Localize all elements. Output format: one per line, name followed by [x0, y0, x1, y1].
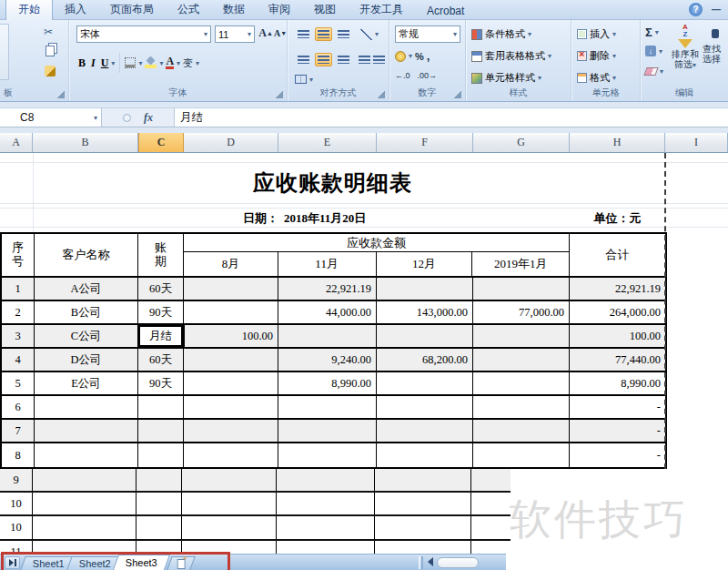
chevron-down-icon[interactable]: ▾ [409, 52, 412, 60]
table-cell[interactable] [35, 420, 138, 442]
table-cell[interactable] [35, 443, 138, 467]
table-cell[interactable] [473, 372, 570, 394]
decrease-indent-icon[interactable] [359, 56, 370, 64]
formula-input[interactable]: 月结 [175, 108, 728, 127]
table-cell[interactable] [278, 420, 377, 442]
table-cell[interactable]: 9,240.00 [278, 349, 377, 371]
chevron-down-icon[interactable]: ▾ [659, 47, 662, 56]
table-cell[interactable]: 264,000.00 [570, 301, 665, 323]
table-cell[interactable]: 77,440.00 [570, 349, 665, 371]
borders-icon[interactable] [125, 57, 136, 68]
table-cell[interactable]: 2 [2, 301, 35, 323]
shrink-font-button[interactable]: A▼ [274, 27, 287, 39]
number-dialog-launcher[interactable] [454, 91, 461, 98]
table-cell[interactable]: - [570, 443, 665, 467]
column-header-H[interactable]: H [570, 133, 665, 152]
chevron-down-icon[interactable]: ▾ [94, 114, 97, 122]
cell-styles-button[interactable]: 单元格样式▾ [471, 71, 541, 85]
table-cell[interactable] [184, 301, 278, 323]
table-cell[interactable] [35, 396, 138, 418]
table-cell[interactable] [136, 469, 182, 491]
tab-splitter[interactable] [419, 556, 423, 569]
align-left-icon[interactable] [295, 53, 312, 66]
align-bottom-icon[interactable] [335, 27, 352, 41]
table-cell[interactable] [136, 516, 182, 539]
table-cell[interactable]: 100.00 [570, 325, 665, 347]
table-cell[interactable]: 6 [2, 396, 35, 418]
column-header-A[interactable]: A [0, 133, 33, 152]
table-cell[interactable] [473, 325, 570, 347]
table-cell[interactable]: 22,921.19 [570, 278, 665, 300]
table-cell[interactable] [184, 420, 278, 442]
table-cell[interactable] [277, 493, 375, 514]
table-cell[interactable] [377, 396, 473, 418]
horizontal-scrollbar[interactable] [437, 557, 479, 568]
chevron-down-icon[interactable]: ▾ [375, 30, 379, 38]
table-cell[interactable]: E公司 [35, 372, 138, 394]
increase-indent-icon[interactable] [373, 56, 385, 64]
table-cell[interactable] [375, 469, 471, 491]
sort-filter-button[interactable]: AZ 排序和筛选▾ [672, 24, 699, 70]
table-cell[interactable]: 10 [0, 516, 33, 539]
table-cell[interactable] [377, 325, 473, 347]
currency-icon[interactable] [395, 51, 406, 62]
ribbon-tab-Acrobat[interactable]: Acrobat [415, 2, 476, 20]
orientation-icon[interactable] [360, 29, 372, 40]
table-cell[interactable] [184, 278, 278, 300]
table-cell[interactable] [136, 493, 182, 514]
table-cell[interactable] [473, 278, 570, 300]
ribbon-tab-公式[interactable]: 公式 [166, 0, 211, 20]
table-cell[interactable] [277, 469, 375, 491]
table-cell[interactable]: - [570, 396, 665, 418]
delete-cells-button[interactable]: 删除▾ [577, 49, 616, 63]
column-header-F[interactable]: F [377, 133, 473, 152]
increase-decimal-icon[interactable]: ←.0 [395, 71, 410, 80]
table-cell[interactable] [278, 325, 377, 347]
table-cell[interactable]: 3 [2, 325, 35, 347]
insert-function-icon[interactable]: fx [144, 111, 153, 125]
table-cell[interactable] [138, 443, 184, 467]
font-color-icon[interactable]: A [166, 56, 174, 69]
table-cell[interactable]: 60天 [138, 349, 184, 371]
table-cell[interactable]: 90天 [138, 301, 184, 323]
fill-color-icon[interactable] [145, 57, 157, 68]
format-cells-button[interactable]: 格式▾ [577, 71, 616, 85]
merge-center-icon[interactable] [295, 75, 307, 84]
table-cell[interactable]: 100.00 [184, 325, 278, 347]
table-cell[interactable] [184, 396, 278, 418]
clear-icon[interactable] [643, 67, 658, 76]
header-term[interactable]: 账期 [138, 234, 184, 276]
table-cell[interactable]: 4 [2, 349, 35, 371]
table-cell[interactable]: 8 [2, 443, 35, 467]
table-cell[interactable]: 22,921.19 [278, 278, 377, 300]
table-cell[interactable]: C公司 [35, 325, 138, 347]
copy-icon[interactable] [46, 46, 55, 56]
table-cell[interactable]: 7 [2, 420, 35, 442]
chevron-down-icon[interactable]: ▾ [177, 59, 180, 67]
table-cell[interactable]: 143,000.00 [377, 301, 473, 323]
autosum-icon[interactable]: Σ [645, 25, 652, 39]
table-cell[interactable] [377, 372, 473, 394]
header-total[interactable]: 合计 [570, 234, 665, 276]
chevron-down-icon[interactable]: ▾ [655, 28, 659, 36]
table-cell[interactable]: 77,000.00 [473, 301, 570, 323]
font-dialog-launcher[interactable] [276, 91, 283, 98]
column-header-I[interactable]: I [665, 133, 728, 152]
table-cell[interactable]: 90天 [138, 372, 184, 394]
align-top-icon[interactable] [295, 27, 312, 41]
table-cell[interactable] [182, 516, 277, 539]
bold-button[interactable]: B [78, 56, 86, 70]
number-format-combo[interactable]: 常规▾ [395, 25, 460, 43]
ribbon-tab-开发工具[interactable]: 开发工具 [348, 0, 415, 20]
percent-button[interactable]: % [415, 51, 424, 62]
fill-icon[interactable]: ↓ [645, 46, 656, 56]
table-cell[interactable]: D公司 [35, 349, 138, 371]
table-cell[interactable]: 10 [0, 493, 33, 514]
table-cell[interactable] [138, 420, 184, 442]
conditional-format-button[interactable]: 条件格式▾ [471, 27, 531, 41]
table-cell[interactable] [182, 469, 277, 491]
font-name-combo[interactable]: 宋体▾ [76, 25, 211, 43]
underline-button[interactable]: U [101, 56, 109, 70]
table-cell[interactable] [278, 443, 377, 467]
table-cell[interactable] [471, 493, 511, 514]
